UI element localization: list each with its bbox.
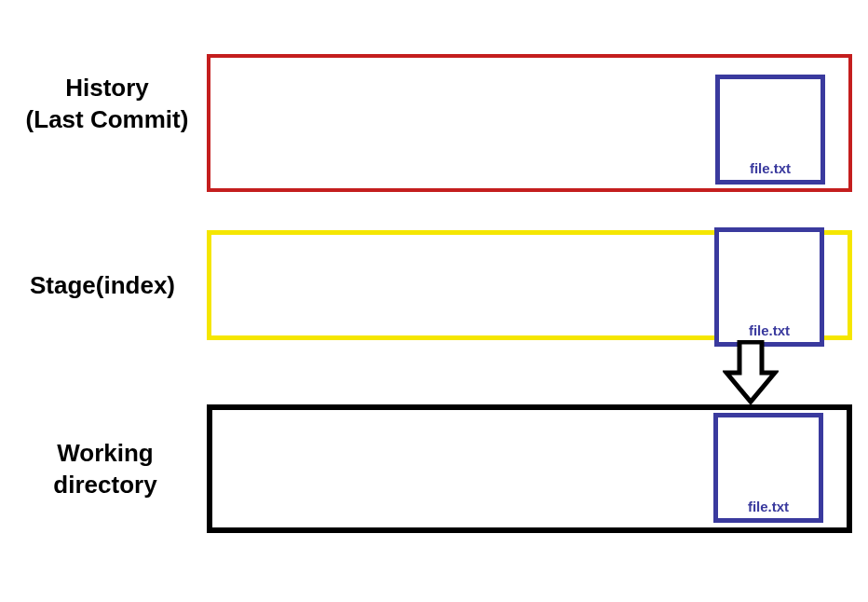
history-file-label: file.txt <box>750 160 791 180</box>
working-file-label: file.txt <box>748 499 789 518</box>
history-label-line1: History <box>19 73 196 104</box>
working-file-box: file.txt <box>713 413 823 523</box>
stage-zone: file.txt <box>207 230 852 340</box>
history-label: History (Last Commit) <box>19 73 196 136</box>
working-label-line1: Working <box>26 438 184 470</box>
history-label-line2: (Last Commit) <box>19 104 196 136</box>
history-file-box: file.txt <box>715 75 825 185</box>
stage-label: Stage(index) <box>9 270 196 302</box>
arrow-down-icon <box>723 340 779 405</box>
stage-file-box: file.txt <box>714 227 824 347</box>
working-zone: file.txt <box>207 404 852 533</box>
stage-label-text: Stage(index) <box>9 270 196 302</box>
history-zone: file.txt <box>207 54 852 192</box>
working-label-line2: directory <box>26 470 184 501</box>
working-label: Working directory <box>26 438 184 501</box>
stage-file-label: file.txt <box>749 322 790 342</box>
